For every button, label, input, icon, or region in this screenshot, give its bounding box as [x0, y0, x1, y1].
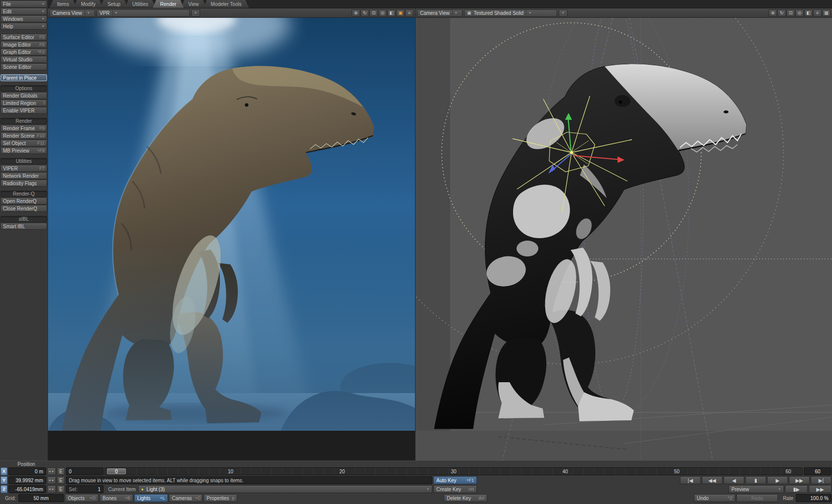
zoom-icon[interactable]: ⊡: [786, 9, 795, 17]
button-image-editor[interactable]: Image EditorF6: [0, 41, 47, 48]
axis-z-toggle[interactable]: Z: [0, 485, 7, 493]
camera-toggle-icon[interactable]: ▣: [396, 9, 405, 17]
menu-windows[interactable]: Windows▼: [0, 15, 47, 22]
button-close-renderq[interactable]: Close RenderQ: [0, 205, 47, 212]
redo-button[interactable]: Redo: [736, 494, 778, 502]
timeline-ruler[interactable]: 0 10 20 30 40 50 60: [104, 467, 803, 475]
toggle-objects[interactable]: Objects+O: [65, 494, 99, 502]
spacer: [0, 212, 47, 216]
nudge-y-button[interactable]: ◄►: [47, 476, 56, 484]
render-mode-dropdown-right[interactable]: ▣Textured Shaded Solid▼: [464, 9, 557, 17]
button-smart-ibl[interactable]: Smart IBL: [0, 223, 47, 230]
button-render-scene[interactable]: Render SceneF10: [0, 132, 47, 139]
preview-play-button[interactable]: ▮▶: [785, 485, 808, 493]
button-mb-preview[interactable]: MB Preview+F9: [0, 147, 47, 154]
button-render-globals[interactable]: Render Globals: [0, 92, 47, 99]
toggle-cameras[interactable]: Cameras+C: [169, 494, 203, 502]
position-x-field[interactable]: 0 m: [8, 467, 46, 475]
position-row: Position: [0, 461, 832, 467]
view-type-dropdown-right[interactable]: Camera View▼: [417, 9, 463, 17]
button-limited-region[interactable]: Limited Regionl: [0, 100, 47, 106]
tab-label: Modeler Tools: [211, 1, 242, 7]
toggle-lights[interactable]: Lights+L: [134, 494, 168, 502]
view-type-dropdown-left[interactable]: Camera View▼: [50, 9, 95, 17]
button-surface-editor[interactable]: Surface EditorF5: [0, 34, 47, 41]
magnify-icon[interactable]: ◎: [378, 9, 387, 17]
pan-icon[interactable]: ⊕: [352, 9, 360, 17]
preview-ff-button[interactable]: ▶▶: [809, 485, 832, 493]
current-frame-field[interactable]: 0: [66, 467, 104, 475]
rotate-icon[interactable]: ↻: [361, 9, 369, 17]
nudge-z-button[interactable]: ◄►: [47, 485, 56, 493]
rotate-icon[interactable]: ↻: [778, 9, 786, 17]
menu-edit[interactable]: Edit▼: [0, 8, 47, 15]
button-sel-object[interactable]: Sel ObjectF11: [0, 140, 47, 147]
tab-utilities[interactable]: Utilities: [125, 0, 156, 8]
chevron-down-icon: ▼: [42, 25, 45, 28]
button-graph-editor[interactable]: Graph Editor^F2: [0, 49, 47, 55]
timeline-slider[interactable]: 0: [107, 468, 126, 474]
button-open-renderq[interactable]: Open RenderQ: [0, 198, 47, 204]
timeline-row: X 0 m ◄► E 0 0 10 20 30 40 50 60 60: [0, 467, 832, 475]
grid-toggle-icon[interactable]: ▦: [822, 9, 831, 17]
transport-go-end[interactable]: ▶|: [811, 476, 832, 484]
button-render-frame[interactable]: Render FrameF9: [0, 125, 47, 132]
preview-dropdown[interactable]: Preview▼: [728, 485, 784, 493]
auto-key-button[interactable]: Auto Key+F1: [433, 476, 477, 484]
grid-size-field[interactable]: 50 mm: [18, 494, 64, 502]
toggle-bones[interactable]: Bones+B: [100, 494, 133, 502]
transport-step-back[interactable]: ◀: [724, 476, 744, 484]
tab-items[interactable]: Items: [50, 0, 76, 8]
menu-icon[interactable]: ≡: [813, 9, 822, 17]
tab-view[interactable]: View: [181, 0, 207, 8]
button-enable-viper[interactable]: Enable VIPER: [0, 107, 47, 114]
axis-x-toggle[interactable]: X: [0, 467, 7, 475]
menu-icon[interactable]: ≡: [405, 9, 414, 17]
button-virtual-studio[interactable]: Virtual Studio: [0, 56, 47, 63]
magnify-icon[interactable]: ◎: [795, 9, 804, 17]
transport-prev-keyframe[interactable]: ◀◀: [702, 476, 723, 484]
nudge-x-button[interactable]: ◄►: [47, 467, 56, 475]
vpr-viewport-canvas[interactable]: [48, 18, 415, 460]
button-radiosity-flags[interactable]: Radiosity Flags: [0, 180, 47, 187]
transport-step-forward[interactable]: ▶: [767, 476, 788, 484]
viewport-options-dropdown-left[interactable]: ▼: [191, 9, 200, 17]
viewport-options-dropdown-right[interactable]: ▼: [559, 9, 568, 17]
shade-toggle-icon[interactable]: ◧: [387, 9, 396, 17]
zoom-icon[interactable]: ⊡: [369, 9, 378, 17]
undo-button[interactable]: Undo^Z: [694, 494, 735, 502]
pan-icon[interactable]: ⊕: [769, 9, 777, 17]
position-y-field[interactable]: 39.9992 mm: [8, 476, 46, 484]
rate-field[interactable]: 100.0 %: [796, 494, 832, 502]
tab-modeler-tools[interactable]: Modeler Tools: [204, 0, 249, 8]
spacer: [0, 187, 47, 191]
envelope-x-button[interactable]: E: [57, 467, 65, 475]
shade-toggle-icon[interactable]: ◧: [804, 9, 813, 17]
axis-y-toggle[interactable]: Y: [0, 476, 7, 484]
current-item-dropdown[interactable]: ● Light (3) ▼: [138, 485, 432, 493]
toggle-properties[interactable]: Propertiesp: [204, 494, 237, 502]
tab-modify[interactable]: Modify: [73, 0, 103, 8]
create-key-button[interactable]: Create Keyret: [433, 485, 477, 493]
button-parent-in-place[interactable]: Parent in Place: [0, 74, 47, 81]
grid-label: Grid:: [0, 494, 17, 502]
position-z-field[interactable]: -65.0419mm: [8, 485, 46, 493]
lightwave-layout-window: Items Modify Setup Utilities Render View…: [0, 0, 832, 504]
transport-pause[interactable]: ▮: [745, 476, 766, 484]
envelope-y-button[interactable]: E: [57, 476, 65, 484]
shaded-viewport-canvas[interactable]: [416, 18, 832, 460]
tab-setup[interactable]: Setup: [100, 0, 128, 8]
menu-help[interactable]: Help▼: [0, 23, 47, 30]
delete-key-button[interactable]: Delete Keydel: [444, 494, 487, 502]
menu-file[interactable]: File▼: [0, 0, 47, 7]
end-frame-field[interactable]: 60: [804, 467, 832, 475]
button-scene-editor[interactable]: Scene Editor: [0, 63, 47, 70]
button-network-render[interactable]: Network Render: [0, 172, 47, 179]
envelope-z-button[interactable]: E: [57, 485, 65, 493]
render-mode-dropdown-left[interactable]: VPR▼: [97, 9, 190, 17]
spacer: [0, 71, 47, 74]
tab-render[interactable]: Render: [153, 0, 184, 8]
button-viper[interactable]: VIPERF7: [0, 165, 47, 172]
transport-next-keyframe[interactable]: ▶▶: [789, 476, 810, 484]
transport-go-start[interactable]: |◀: [680, 476, 701, 484]
